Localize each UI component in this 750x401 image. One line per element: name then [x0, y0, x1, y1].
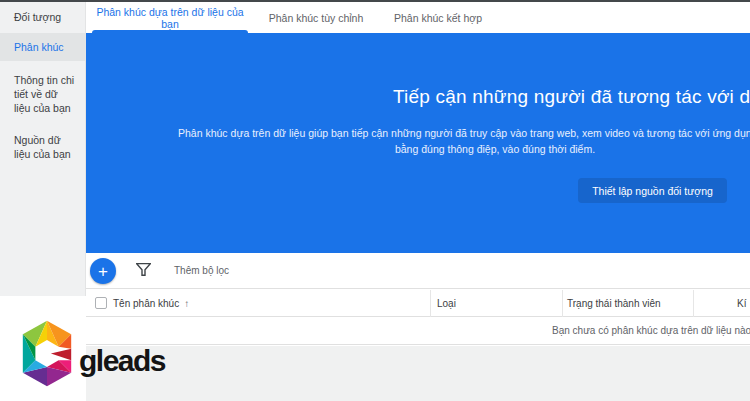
funnel-icon[interactable] — [136, 263, 151, 276]
select-all-checkbox[interactable] — [95, 297, 107, 309]
active-tab-underline — [92, 30, 248, 33]
tab-custom-segments[interactable]: Phân khúc tùy chỉnh — [262, 2, 370, 33]
column-label: Tên phân khúc — [113, 298, 179, 309]
tab-label: Phân khúc kết hợp — [394, 12, 482, 24]
column-header-segment-name[interactable]: Tên phân khúc ↑ — [113, 289, 189, 318]
gleads-watermark: gleads — [18, 318, 165, 389]
banner-description-line1: Phân khúc dựa trên dữ liệu giúp bạn tiếp… — [178, 127, 750, 139]
tab-label: Phân khúc tùy chỉnh — [269, 12, 364, 24]
tab-data-based-segments[interactable]: Phân khúc dựa trên dữ liệu của bạn — [92, 2, 248, 33]
empty-state-message: Bạn chưa có phân khúc dựa trên dữ liệu n… — [552, 325, 750, 336]
promo-banner: Tiếp cận những người đã tương tác với do… — [86, 33, 750, 253]
column-header-type[interactable]: Loại — [437, 289, 456, 318]
table-header-row: Tên phân khúc ↑ Loại Trạng thái thành vi… — [86, 288, 750, 317]
segments-toolbar: + Thêm bộ lọc — [86, 253, 750, 288]
column-divider — [693, 290, 694, 317]
column-header-size[interactable]: Kí — [737, 289, 746, 318]
column-divider — [430, 290, 431, 317]
add-segment-button[interactable]: + — [90, 258, 116, 284]
sidebar-item-data-sources[interactable]: Nguồn dữ liệu của bạn — [0, 127, 85, 167]
sidebar-section-audience[interactable]: Đối tượng — [0, 2, 85, 33]
setup-audience-source-button[interactable]: Thiết lập nguồn đối tượng — [578, 178, 727, 203]
gleads-logo-text: gleads — [79, 344, 165, 378]
sidebar-item-segments[interactable]: Phân khúc — [0, 33, 85, 61]
left-sidebar: Đối tượng Phân khúc Thông tin chi tiết v… — [0, 2, 86, 296]
banner-title: Tiếp cận những người đã tương tác với do… — [393, 86, 750, 108]
tab-bar: Phân khúc dựa trên dữ liệu của bạn Phân … — [86, 2, 750, 33]
gleads-logo-icon — [18, 318, 76, 389]
window-top-edge — [0, 0, 750, 2]
sidebar-item-data-insights[interactable]: Thông tin chi tiết về dữ liệu của bạn — [0, 67, 85, 121]
sort-ascending-icon: ↑ — [184, 298, 189, 309]
column-header-membership-status[interactable]: Trạng thái thành viên — [567, 289, 661, 318]
add-filter-button[interactable]: Thêm bộ lọc — [174, 253, 229, 288]
page-background — [86, 346, 750, 401]
column-divider — [562, 290, 563, 317]
table-empty-row: Bạn chưa có phân khúc dựa trên dữ liệu n… — [86, 317, 750, 345]
banner-description-line2: bằng đúng thông điệp, vào đúng thời điểm… — [86, 143, 750, 155]
tab-label: Phân khúc dựa trên dữ liệu của bạn — [92, 6, 248, 30]
tab-combined-segments[interactable]: Phân khúc kết hợp — [386, 2, 490, 33]
